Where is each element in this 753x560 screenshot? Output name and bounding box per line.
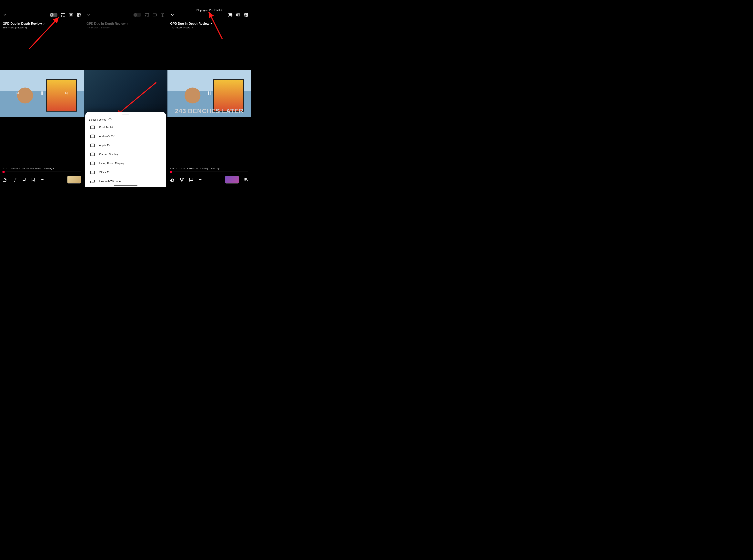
svg-point-4 (78, 14, 79, 16)
next-button[interactable] (63, 89, 70, 97)
collapse-chevron-icon[interactable] (3, 13, 7, 17)
autoplay-toggle[interactable] (49, 13, 57, 17)
device-item-living-room[interactable]: Living Room Display (85, 159, 166, 168)
svg-rect-23 (91, 153, 95, 156)
panel-device-picker: GPD Duo In-Depth Review The Phawx (Phawx… (84, 0, 167, 187)
device-item-office[interactable]: Office TV (85, 168, 166, 177)
current-time: 0:14 (170, 167, 174, 169)
video-title: GPD Duo In-Depth Review (86, 22, 165, 25)
device-item-kitchen[interactable]: Kitchen Display (85, 150, 166, 159)
video-surface (84, 69, 167, 117)
cast-connected-icon[interactable] (228, 13, 233, 17)
cast-icon[interactable] (61, 13, 65, 17)
svg-rect-21 (91, 135, 95, 138)
device-item-andrews-tv[interactable]: Andrew's TV (85, 132, 166, 141)
svg-point-15 (145, 16, 145, 17)
captions-icon[interactable] (153, 13, 157, 17)
device-item-pixel-tablet[interactable]: Pixel Tablet (85, 123, 166, 132)
svg-rect-32 (208, 92, 209, 95)
pause-button[interactable] (38, 89, 45, 97)
like-icon[interactable] (170, 177, 175, 182)
video-surface[interactable] (0, 69, 84, 117)
cast-device-sheet: Select a device Pixel Tablet Andrew's TV… (85, 112, 166, 187)
cast-icon[interactable] (145, 13, 149, 17)
svg-rect-24 (91, 162, 95, 165)
settings-gear-icon[interactable] (77, 13, 81, 17)
svg-rect-0 (52, 14, 52, 16)
svg-point-18 (161, 13, 164, 17)
svg-point-2 (61, 16, 62, 17)
svg-rect-27 (91, 181, 92, 183)
svg-point-10 (42, 179, 43, 180)
next-video-thumb[interactable] (67, 176, 81, 183)
current-time: 0:10 (3, 167, 7, 169)
svg-point-29 (229, 16, 229, 17)
settings-gear-icon[interactable] (160, 13, 165, 17)
annotation-arrow-1 (27, 15, 63, 51)
svg-point-34 (199, 179, 200, 180)
next-video-thumb[interactable] (225, 176, 239, 183)
time-sep: / (8, 167, 9, 169)
device-item-link-code[interactable]: Link with TV code (85, 177, 166, 186)
cast-status-text: Playing on Pixel Tablet (167, 8, 251, 12)
video-title-text: GPD Duo In-Depth Review (3, 22, 42, 25)
svg-point-36 (202, 179, 202, 180)
svg-rect-13 (135, 14, 136, 16)
chapter-link[interactable]: GPD DUO is frankly… Amazing (189, 167, 222, 169)
svg-rect-28 (230, 14, 232, 15)
video-surface[interactable]: 243 BENCHES LATER (167, 69, 251, 117)
loading-spinner-icon (108, 118, 112, 121)
channel-name[interactable]: The Phawx (PhawxTV) (170, 26, 248, 29)
svg-rect-16 (153, 14, 157, 16)
collapse-chevron-icon[interactable] (86, 13, 91, 17)
sheet-title: Select a device (89, 118, 106, 121)
panel-before-cast: GPD Duo In-Depth Review The Phawx (Phawx… (0, 0, 84, 187)
captions-icon[interactable] (69, 13, 73, 17)
more-icon[interactable] (40, 177, 45, 182)
dislike-icon[interactable] (12, 177, 17, 182)
channel-name[interactable]: The Phawx (PhawxTV) (3, 26, 81, 29)
autoplay-toggle[interactable] (133, 13, 141, 17)
save-bookmark-icon[interactable] (31, 177, 35, 182)
device-item-apple-tv[interactable]: Apple TV (85, 141, 166, 150)
dot-sep: • (19, 167, 20, 169)
dislike-icon[interactable] (180, 177, 184, 182)
pause-button[interactable] (206, 89, 213, 97)
chapter-link[interactable]: GPD DUO is frankly… Amazing (22, 167, 54, 169)
panel-casting-active: Playing on Pixel Tablet GPD Duo In-Depth… (167, 0, 251, 187)
collapse-chevron-icon[interactable] (170, 13, 175, 17)
svg-rect-5 (41, 92, 41, 95)
video-overlay-text: 243 BENCHES LATER (167, 107, 251, 115)
svg-point-35 (200, 179, 201, 180)
home-indicator[interactable] (114, 185, 137, 186)
previous-button[interactable] (14, 89, 21, 97)
channel-name: The Phawx (PhawxTV) (86, 26, 165, 29)
svg-rect-33 (210, 92, 211, 95)
sheet-grabber[interactable] (122, 115, 129, 115)
svg-rect-14 (136, 14, 136, 16)
svg-rect-20 (91, 126, 95, 129)
captions-icon[interactable] (236, 13, 240, 17)
like-icon[interactable] (3, 177, 7, 182)
svg-point-11 (43, 179, 44, 180)
comments-icon[interactable] (22, 177, 26, 182)
seek-bar[interactable] (170, 172, 248, 172)
time-chapter-row: 0:10 / 1:00:46 • GPD DUO is frankly… Ama… (3, 167, 81, 169)
svg-rect-25 (91, 171, 95, 174)
total-time: 1:00:45 (178, 167, 185, 169)
queue-icon[interactable] (244, 177, 248, 182)
svg-point-17 (162, 14, 163, 16)
svg-rect-22 (91, 144, 95, 147)
svg-rect-1 (52, 14, 52, 16)
svg-point-31 (245, 14, 247, 16)
more-icon[interactable] (198, 177, 203, 182)
time-chapter-row: 0:14 / 1:00:45 • GPD DUO is frankly… Ama… (170, 167, 248, 169)
total-time: 1:00:46 (11, 167, 18, 169)
settings-gear-icon[interactable] (244, 13, 248, 17)
video-title[interactable]: GPD Duo In-Depth Review (3, 22, 81, 25)
svg-point-9 (41, 179, 42, 180)
comments-icon[interactable] (189, 177, 193, 182)
video-title[interactable]: GPD Duo In-Depth Review (170, 22, 248, 25)
svg-rect-6 (42, 92, 43, 95)
seek-bar[interactable] (3, 172, 81, 172)
